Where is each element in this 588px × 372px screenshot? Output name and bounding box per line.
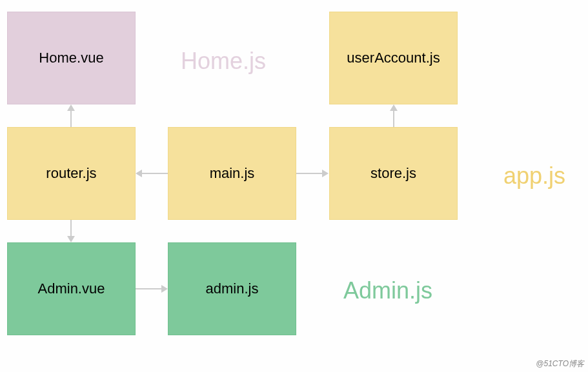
arrowhead-down-icon xyxy=(67,236,75,242)
arrow-line xyxy=(142,173,168,174)
node-admin-vue: Admin.vue xyxy=(7,242,136,335)
node-main: main.js xyxy=(168,127,296,220)
node-user-account: userAccount.js xyxy=(329,12,458,104)
arrow-line xyxy=(70,220,72,236)
node-admin-js: admin.js xyxy=(168,242,296,335)
arrow-line xyxy=(136,288,161,289)
arrowhead-right-icon xyxy=(322,170,329,177)
arrowhead-left-icon xyxy=(136,170,142,177)
group-label-home: Home.js xyxy=(181,48,266,75)
arrowhead-up-icon xyxy=(67,104,75,111)
group-label-app: app.js xyxy=(503,162,565,190)
watermark: @51CTO博客 xyxy=(536,358,584,369)
node-store: store.js xyxy=(329,127,458,220)
group-label-admin: Admin.js xyxy=(343,277,432,304)
arrowhead-up-icon xyxy=(390,104,398,111)
node-router: router.js xyxy=(7,127,136,220)
arrow-line xyxy=(393,111,394,127)
arrowhead-right-icon xyxy=(161,285,168,293)
arrow-line xyxy=(296,173,322,174)
arrow-line xyxy=(70,111,72,127)
node-home-vue: Home.vue xyxy=(7,12,136,104)
